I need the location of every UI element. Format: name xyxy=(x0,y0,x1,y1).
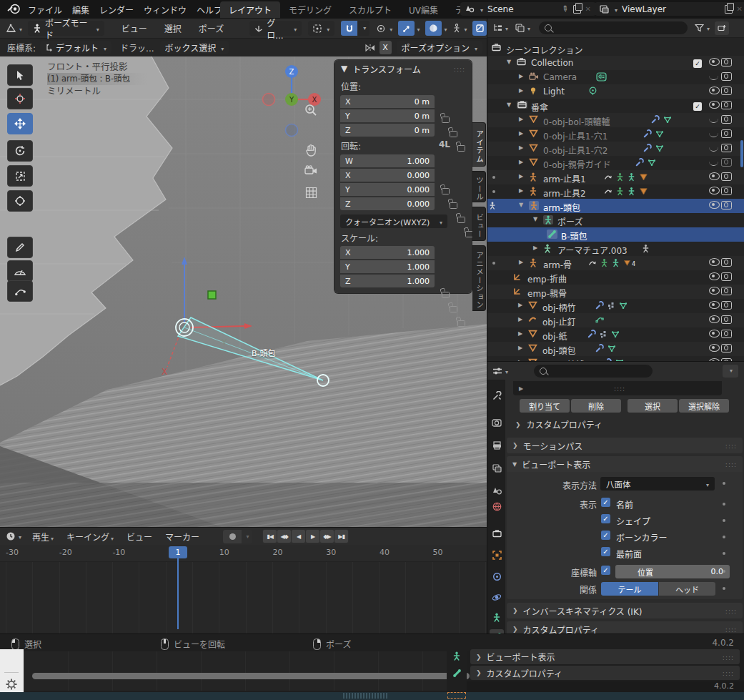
proportional-edit-button[interactable] xyxy=(377,24,392,34)
eye-toggle-icon[interactable] xyxy=(709,101,720,109)
expand-arrow[interactable]: ▶ xyxy=(518,316,522,322)
bg-tab-bone[interactable] xyxy=(450,666,464,680)
expand-arrow[interactable]: ▶ xyxy=(519,87,523,94)
outliner-item-name[interactable]: アーマチュア.003 xyxy=(557,244,628,256)
outliner-item-name[interactable]: Camera xyxy=(543,72,577,82)
new-viewlayer-icon[interactable] xyxy=(725,5,733,14)
panel-grip[interactable] xyxy=(454,64,465,74)
lock-icon[interactable] xyxy=(442,188,450,194)
outliner-row[interactable]: ▶0-obj-bol-頭轆轤 xyxy=(487,113,744,127)
bg-panel-viewport-display[interactable]: ❯ビューポート表示 xyxy=(470,649,740,664)
eye-toggle-icon[interactable] xyxy=(709,258,720,266)
outliner-row[interactable]: ▶0-obj-止具1-穴2 xyxy=(487,142,744,156)
outliner-item-name[interactable]: Collection xyxy=(531,58,573,68)
lock-icon[interactable] xyxy=(450,131,457,137)
snap-toggle[interactable] xyxy=(341,21,357,36)
timeline-menu-0[interactable]: 再生 xyxy=(26,531,60,543)
timeline-ruler[interactable]: -30-20-101020304050 xyxy=(0,545,487,562)
panel-custom-properties-sub[interactable]: ❯カスタムプロパティ xyxy=(515,418,602,430)
lock-icon[interactable] xyxy=(442,292,450,298)
eye-closed-icon[interactable] xyxy=(709,132,718,137)
eye-toggle-icon[interactable] xyxy=(709,172,720,180)
pose-options-dropdown[interactable]: ポーズオプション xyxy=(397,41,482,54)
outliner-item-name[interactable]: 0-obj-bol-頭轆轤 xyxy=(543,115,610,127)
new-scene-icon[interactable] xyxy=(573,5,581,14)
outliner-row[interactable]: ▶obj-止釘 xyxy=(487,313,744,327)
transform-scale-z[interactable]: Z1.000 xyxy=(340,275,435,287)
panel-motion-paths[interactable]: ❯モーションパス xyxy=(507,438,743,453)
bg-panel-custom-properties[interactable]: ❯カスタムプロパティ xyxy=(470,666,740,680)
outliner-row[interactable]: ▼arm-頭包 xyxy=(487,199,744,213)
workspace-tab-2[interactable]: スカルプト xyxy=(340,1,400,18)
render-visibility-icon[interactable] xyxy=(721,330,732,338)
expand-arrow[interactable]: ▶ xyxy=(518,345,522,351)
outliner-row[interactable]: ▶0-obj-親骨ガイド xyxy=(487,156,744,170)
outliner-item-name[interactable]: obj-止釘 xyxy=(542,315,576,327)
playback-jump-start[interactable]: ▮◀ xyxy=(263,530,277,543)
eye-closed-icon[interactable] xyxy=(709,75,718,80)
tool-tweak-select[interactable] xyxy=(7,64,33,86)
outliner-scrollbar[interactable] xyxy=(740,140,743,167)
timeline-menu-1[interactable]: キーイング xyxy=(60,531,120,543)
outliner-item-name[interactable]: 0-obj-親骨ガイド xyxy=(543,158,611,170)
camera-view-button[interactable] xyxy=(303,162,319,178)
timeline-menu-3[interactable]: マーカー xyxy=(159,531,206,543)
axes-position-slider[interactable]: 位置 0.0 xyxy=(615,565,730,578)
lock-icon[interactable] xyxy=(450,202,457,209)
outliner-row[interactable]: シーンコレクション xyxy=(487,41,744,56)
transform-location-z[interactable]: Z0 m xyxy=(340,124,435,137)
render-visibility-icon[interactable] xyxy=(721,258,732,267)
remove-button[interactable]: 削除 xyxy=(571,399,621,413)
bg-horizontal-scrollbar[interactable] xyxy=(32,673,470,679)
display-method-dropdown[interactable]: 八面体 xyxy=(600,477,715,491)
transform-panel-title[interactable]: トランスフォーム xyxy=(352,63,420,75)
properties-tab-render[interactable] xyxy=(490,415,504,430)
viewlayer-selector[interactable]: ViewLayer ✕ xyxy=(595,2,744,16)
render-visibility-icon[interactable] xyxy=(721,72,732,81)
keying-popover-chevron[interactable] xyxy=(242,530,252,543)
playback-next-keyframe[interactable]: ◆▶ xyxy=(320,530,334,543)
remove-viewlayer-icon[interactable]: ✕ xyxy=(737,5,743,13)
outliner-row[interactable]: ▶arm-止具2 xyxy=(487,184,744,199)
properties-tab-object-data[interactable] xyxy=(490,610,504,624)
gizmos-toggle[interactable] xyxy=(398,21,415,36)
assign-button[interactable]: 割り当て xyxy=(520,399,570,413)
expand-arrow[interactable]: ▶ xyxy=(519,130,523,137)
render-visibility-icon[interactable] xyxy=(721,58,732,66)
sidebar-tab-3[interactable]: アニメーション xyxy=(472,245,486,311)
panel-ik[interactable]: ❯インバースキネマティクス (IK) xyxy=(507,603,743,618)
gizmo-z-label[interactable]: Z xyxy=(289,68,294,76)
render-visibility-icon[interactable] xyxy=(721,344,732,353)
zoom-view-button[interactable] xyxy=(303,102,319,118)
outliner-filter-type[interactable] xyxy=(515,23,530,33)
menubar-item-2[interactable]: レンダー xyxy=(94,4,139,16)
tool-measure[interactable] xyxy=(7,260,33,282)
eye-closed-icon[interactable] xyxy=(709,118,718,123)
xray-toggle[interactable] xyxy=(452,24,467,34)
overlays-chevron[interactable] xyxy=(442,24,447,34)
properties-tab-collection[interactable] xyxy=(490,526,504,541)
axes-checkbox[interactable]: ✓ xyxy=(601,566,610,575)
outliner-row[interactable]: ▶obj-頭包 xyxy=(487,342,744,356)
timeline-dopesheet[interactable] xyxy=(0,562,487,634)
render-visibility-icon[interactable] xyxy=(721,87,732,95)
transform-rotation-z[interactable]: Z0.000 xyxy=(340,197,435,210)
outliner-row[interactable]: ▶0-obj-止具1-穴1 xyxy=(487,127,744,142)
playhead-line[interactable] xyxy=(177,558,179,629)
transform-scale-x[interactable]: X1.000 xyxy=(340,246,435,259)
eye-toggle-icon[interactable] xyxy=(709,187,720,194)
outliner-item-name[interactable]: emp-親骨 xyxy=(527,287,567,299)
outliner-item-name[interactable]: obj-柄竹 xyxy=(542,301,576,313)
expand-arrow[interactable]: ▶ xyxy=(519,73,523,79)
outliner-search[interactable] xyxy=(539,21,688,34)
render-visibility-icon[interactable] xyxy=(721,272,732,281)
eye-closed-icon[interactable] xyxy=(709,147,718,152)
blender-logo[interactable] xyxy=(7,3,21,15)
viewport-3d[interactable]: フロント・平行投影 (1) arm-頭包 : B-頭包 ミリメートル B-頭包 … xyxy=(0,56,487,527)
eye-closed-icon[interactable] xyxy=(709,161,718,166)
outliner-display-mode[interactable] xyxy=(493,23,508,33)
outliner-row[interactable]: ▶obj-頭轆轤 xyxy=(487,356,744,361)
outliner-item-name[interactable]: 0-obj-止具1-穴1 xyxy=(543,129,607,142)
outliner-row[interactable]: ▶アーマチュア.003 xyxy=(487,242,744,256)
outliner-row[interactable]: emp-親骨 xyxy=(487,285,744,299)
